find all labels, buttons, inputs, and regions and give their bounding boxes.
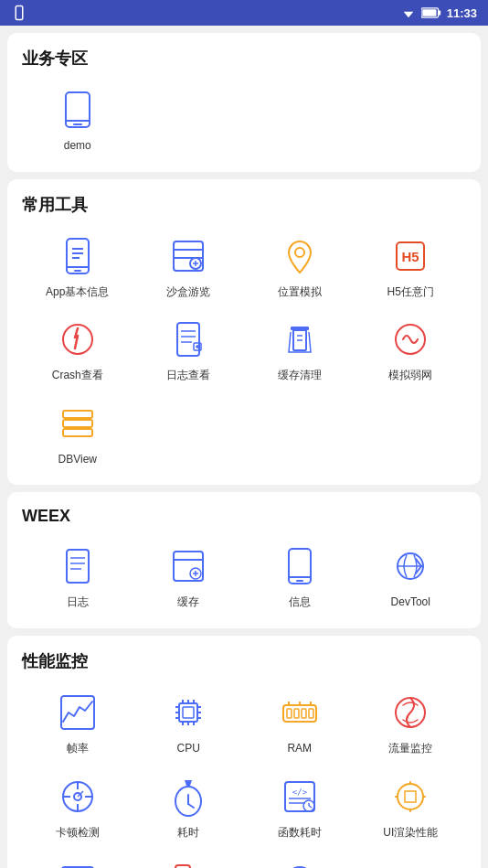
item-ram[interactable]: RAM: [244, 683, 355, 767]
item-demo[interactable]: demo: [22, 80, 133, 165]
weex-log-icon: [58, 546, 98, 586]
ram-icon: [280, 692, 320, 733]
sandbox-icon: [168, 236, 208, 276]
section-bizzone-title: 业务专区: [22, 48, 466, 70]
item-weaknet[interactable]: 模拟弱网: [355, 310, 467, 394]
item-crash[interactable]: Crash查看: [22, 310, 133, 394]
svg-rect-10: [74, 270, 81, 272]
svg-rect-0: [16, 6, 23, 20]
section-tools-title: 常用工具: [22, 194, 466, 216]
crash-icon: [58, 319, 98, 359]
functime-icon: </>: [280, 777, 320, 817]
tools-grid: App基本信息 沙盒游览: [22, 227, 466, 478]
item-appinfo[interactable]: App基本信息: [22, 227, 133, 311]
label-ram: RAM: [287, 742, 312, 756]
svg-line-86: [188, 804, 194, 808]
label-cache: 缓存清理: [278, 369, 322, 383]
weex-info-icon: [280, 546, 320, 586]
label-h5: H5任意门: [387, 285, 434, 300]
status-bar: 11:33: [0, 0, 488, 26]
item-functime[interactable]: </> 函数耗时: [244, 767, 355, 852]
section-tools: 常用工具 App基本信息: [7, 179, 481, 486]
section-weex: WEEX 日志: [7, 492, 481, 628]
svg-rect-68: [283, 705, 316, 722]
bigpic-icon: [58, 860, 98, 868]
item-uirender[interactable]: UI渲染性能: [355, 767, 467, 852]
item-h5[interactable]: H5 H5任意门: [355, 227, 467, 311]
svg-rect-36: [63, 411, 92, 418]
weex-grid: 日志 缓存: [22, 537, 466, 621]
svg-text:</>: </>: [292, 788, 308, 797]
svg-rect-43: [174, 552, 203, 581]
label-uirender: UI渲染性能: [383, 826, 438, 841]
label-anr: 卡顿检测: [56, 826, 100, 841]
svg-rect-8: [67, 239, 89, 273]
label-weex-cache: 缓存: [177, 595, 199, 610]
label-weex-devtool: DevTool: [391, 595, 430, 610]
weaknet-icon: [390, 319, 430, 359]
label-sandbox: 沙盒游览: [166, 285, 210, 300]
item-time[interactable]: 耗时: [133, 767, 245, 852]
label-weex-info: 信息: [289, 595, 311, 610]
section-perf: 性能监控 帧率: [7, 636, 481, 868]
status-bar-right: 11:33: [401, 6, 477, 20]
label-demo: demo: [64, 139, 91, 154]
item-weex-cache[interactable]: 缓存: [133, 537, 245, 621]
item-dbview[interactable]: DBView: [22, 394, 133, 478]
weex-cache-icon: [168, 546, 208, 586]
section-perf-title: 性能监控: [22, 650, 466, 672]
label-weaknet: 模拟弱网: [388, 369, 432, 383]
log-icon: [168, 319, 208, 359]
svg-marker-1: [403, 12, 413, 18]
label-time: 耗时: [177, 826, 199, 841]
label-functime: 函数耗时: [278, 826, 322, 841]
item-weex-log[interactable]: 日志: [22, 537, 133, 621]
item-cpu[interactable]: CPU: [133, 683, 245, 767]
item-location[interactable]: 位置模拟: [244, 227, 355, 311]
section-weex-title: WEEX: [22, 507, 466, 526]
item-weex-info[interactable]: 信息: [244, 537, 355, 621]
item-sandbox[interactable]: 沙盒游览: [133, 227, 245, 311]
label-weex-log: 日志: [67, 595, 89, 610]
label-fps: 帧率: [67, 742, 89, 756]
item-leakcanary[interactable]: leakCanary: [133, 851, 245, 868]
svg-text:H5: H5: [402, 249, 419, 264]
phone-icon: [11, 5, 27, 21]
location-icon: [280, 236, 320, 276]
item-custom[interactable]: 自定义: [244, 851, 355, 868]
section-bizzone: 业务专区 demo: [7, 33, 481, 172]
battery-icon: [421, 7, 441, 18]
svg-rect-7: [73, 123, 82, 125]
label-crash: Crash查看: [52, 369, 103, 383]
item-traffic[interactable]: 流量监控: [355, 683, 467, 767]
perf-grid: 帧率: [22, 683, 466, 868]
item-log[interactable]: 日志查看: [133, 310, 245, 394]
item-fps[interactable]: 帧率: [22, 683, 133, 767]
appinfo-icon: [58, 236, 98, 276]
svg-rect-55: [183, 707, 194, 718]
traffic-icon: [390, 692, 430, 733]
label-dbview: DBView: [58, 453, 97, 467]
svg-line-93: [309, 806, 312, 808]
dbview-icon: [58, 403, 98, 444]
svg-point-94: [398, 784, 423, 809]
svg-rect-37: [63, 420, 92, 427]
svg-point-20: [295, 248, 304, 257]
item-anr[interactable]: 卡顿检测: [22, 767, 133, 852]
leakcanary-icon: [168, 860, 208, 868]
cpu-icon: [168, 692, 208, 733]
h5-icon: H5: [390, 236, 430, 276]
icon-demo: [54, 86, 101, 134]
time-display: 11:33: [447, 6, 477, 20]
svg-rect-54: [179, 703, 197, 722]
label-appinfo: App基本信息: [46, 285, 109, 300]
wifi-icon: [401, 6, 416, 19]
label-log: 日志查看: [166, 369, 210, 383]
svg-rect-70: [294, 709, 299, 718]
item-cache[interactable]: 缓存清理: [244, 310, 355, 394]
svg-rect-48: [289, 549, 311, 584]
item-weex-devtool[interactable]: DevTool: [355, 537, 467, 621]
phone-icon: [58, 90, 98, 130]
item-bigpic[interactable]: 大图: [22, 851, 133, 868]
time-icon: [168, 777, 208, 817]
